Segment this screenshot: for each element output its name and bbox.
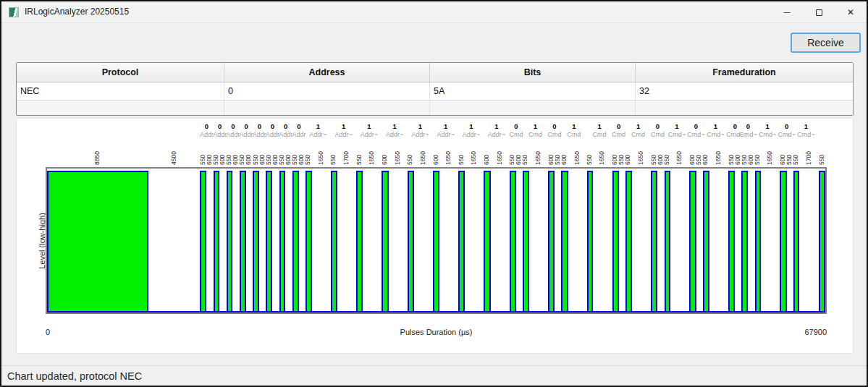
ir-pulse — [587, 171, 594, 312]
ir-pulse — [689, 171, 696, 312]
ir-pulse — [703, 171, 709, 312]
bit-value-label: 0 — [218, 122, 222, 130]
cell-empty[interactable] — [430, 101, 636, 115]
bit-name-label: Addr~ — [463, 131, 480, 138]
ir-pulse — [306, 171, 312, 312]
bit-name-label: Cmd — [612, 131, 625, 138]
cell-empty[interactable] — [636, 101, 853, 115]
column-header-protocol: Protocol — [17, 63, 224, 82]
bit-name-label: Cmd — [509, 131, 523, 138]
ir-pulse — [755, 171, 762, 312]
maximize-icon[interactable] — [803, 1, 835, 23]
window-title: IRLogicAnalyzer 20250515 — [25, 7, 129, 17]
bit-name-label: Addr — [266, 131, 279, 138]
ir-pulse — [214, 171, 220, 312]
status-bar: Chart updated, protocol NEC — [1, 365, 867, 386]
bit-name-label: Addr — [279, 131, 292, 138]
status-text: Chart updated, protocol NEC — [7, 370, 142, 382]
table-header-row: Protocol Address Bits Frameduration — [17, 63, 853, 82]
bit-name-label: Addr — [200, 131, 214, 138]
cell-address[interactable]: 0 — [224, 82, 430, 100]
bit-value-label: 0 — [733, 122, 737, 130]
bit-name-label: Addr — [213, 131, 227, 138]
cell-protocol[interactable]: NEC — [17, 82, 224, 100]
app-icon — [9, 7, 19, 17]
bit-name-label: Cmd — [547, 131, 561, 138]
bit-value-label: 0 — [746, 122, 750, 130]
ir-pulse — [253, 171, 259, 312]
ir-pulse — [728, 171, 735, 312]
cell-empty[interactable] — [17, 101, 224, 115]
bit-name-label: Addr~ — [488, 131, 505, 138]
close-icon[interactable]: ✕ — [835, 1, 867, 23]
bit-value-label: 0 — [617, 122, 620, 130]
receive-button[interactable]: Receive — [791, 33, 861, 53]
x-axis-tick-max: 67900 — [804, 328, 827, 336]
waveform-chart[interactable]: Level (low-high) 0 67900 Pulses Duration… — [16, 118, 854, 354]
table-row-empty — [17, 101, 853, 115]
bit-name-label: Cmd — [593, 131, 607, 138]
ir-pulse — [458, 171, 465, 312]
bit-name-label: Addr — [226, 131, 240, 138]
bit-value-label: 1 — [392, 122, 396, 130]
cell-bits[interactable]: 5A — [430, 82, 636, 100]
cell-frameduration[interactable]: 32 — [636, 82, 853, 100]
bit-name-label: Cmd — [567, 131, 581, 138]
bit-name-label: Addr~ — [309, 131, 326, 138]
bit-value-label: 0 — [271, 122, 274, 130]
ir-pulse — [612, 171, 619, 312]
ir-pulse — [356, 171, 363, 312]
ir-pulse — [651, 171, 657, 312]
ir-pulse — [227, 171, 233, 312]
column-header-address: Address — [224, 63, 430, 82]
ir-pulse — [200, 171, 206, 312]
minimize-icon[interactable]: ─ — [771, 1, 803, 23]
app-window: IRLogicAnalyzer 20250515 ─ ✕ Receive Pro… — [0, 0, 868, 387]
bit-value-label: 0 — [785, 122, 788, 130]
bit-value-label: 1 — [342, 122, 345, 130]
bit-value-label: 1 — [636, 122, 640, 130]
bit-value-label: 0 — [694, 122, 698, 130]
bit-value-label: 1 — [444, 122, 447, 130]
bit-value-label: 0 — [258, 122, 261, 130]
ir-pulse — [279, 171, 286, 312]
bit-value-label: 1 — [316, 122, 320, 130]
bit-value-label: 0 — [244, 122, 248, 130]
bit-value-label: 1 — [534, 122, 537, 130]
bit-value-label: 0 — [552, 122, 556, 130]
plot-area[interactable] — [46, 167, 827, 314]
bit-name-label: Cmd~ — [778, 131, 795, 138]
ir-pulse — [266, 171, 272, 312]
bit-name-label: Cmd — [631, 131, 645, 138]
plot-frame-line — [825, 167, 827, 314]
bit-name-label: Addr — [253, 131, 266, 138]
bit-name-label: Cmd — [651, 131, 665, 138]
bit-name-label: Addr~ — [386, 131, 403, 138]
bit-value-label: 1 — [765, 122, 769, 130]
bit-value-label: 0 — [231, 122, 235, 130]
ir-pulse — [561, 171, 568, 312]
bit-name-label: Cmd~ — [668, 131, 686, 138]
bit-value-label: 0 — [514, 122, 518, 130]
x-axis-tick-min: 0 — [46, 328, 50, 336]
ir-pulse — [408, 171, 414, 312]
bit-value-label: 1 — [418, 122, 422, 130]
bit-value-label: 0 — [656, 122, 660, 130]
column-header-bits: Bits — [430, 63, 636, 82]
ir-pulse — [331, 171, 337, 312]
ir-pulse — [819, 171, 825, 312]
ir-pulse — [780, 171, 786, 312]
bit-value-label: 1 — [804, 122, 808, 130]
bit-value-label: 0 — [284, 122, 287, 130]
bit-value-label: 1 — [494, 122, 498, 130]
bit-name-label: Addr~ — [361, 131, 378, 138]
x-axis-label: Pulses Duration (µs) — [400, 328, 473, 336]
plot-frame-line — [46, 312, 827, 314]
bit-name-label: Addr~ — [411, 131, 429, 138]
cell-empty[interactable] — [224, 101, 430, 115]
ir-pulse — [510, 171, 516, 312]
ir-pulse — [741, 171, 748, 312]
bit-value-label: 0 — [205, 122, 208, 130]
bit-value-label: 1 — [367, 122, 371, 130]
bit-value-label: 1 — [572, 122, 576, 130]
